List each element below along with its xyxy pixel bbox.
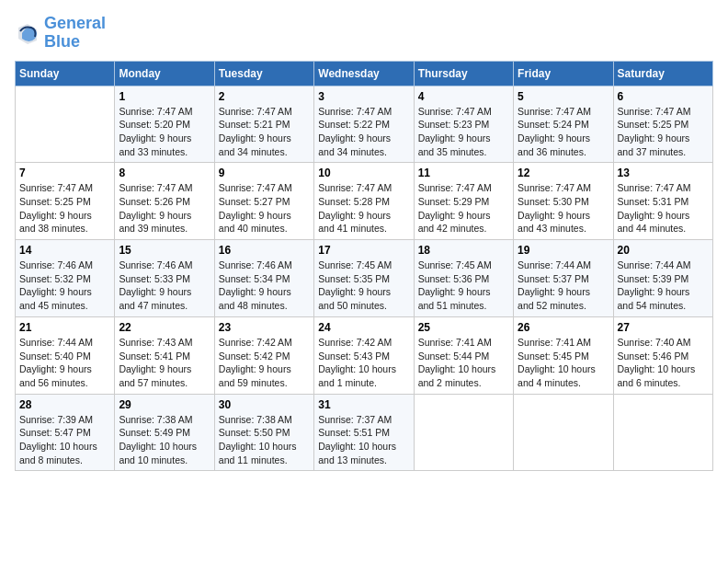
day-info: Sunrise: 7:42 AM Sunset: 5:42 PM Dayligh…	[219, 336, 310, 390]
logo: General Blue	[15, 15, 106, 52]
day-info: Sunrise: 7:44 AM Sunset: 5:39 PM Dayligh…	[618, 259, 709, 313]
day-number: 30	[219, 398, 310, 411]
calendar-cell: 21Sunrise: 7:44 AM Sunset: 5:40 PM Dayli…	[16, 316, 115, 394]
day-number: 16	[219, 244, 310, 257]
day-info: Sunrise: 7:41 AM Sunset: 5:44 PM Dayligh…	[418, 336, 509, 390]
day-number: 6	[618, 90, 709, 103]
calendar-cell	[613, 394, 712, 471]
day-number: 26	[518, 321, 609, 334]
day-info: Sunrise: 7:47 AM Sunset: 5:21 PM Dayligh…	[219, 105, 310, 159]
col-header-wednesday: Wednesday	[314, 61, 414, 86]
day-info: Sunrise: 7:47 AM Sunset: 5:25 PM Dayligh…	[618, 105, 709, 159]
day-number: 2	[219, 90, 310, 103]
day-number: 25	[418, 321, 509, 334]
calendar-cell: 24Sunrise: 7:42 AM Sunset: 5:43 PM Dayli…	[314, 316, 414, 394]
day-number: 14	[19, 244, 110, 257]
day-number: 1	[119, 90, 210, 103]
day-info: Sunrise: 7:47 AM Sunset: 5:26 PM Dayligh…	[119, 181, 210, 236]
day-number: 3	[318, 90, 409, 103]
day-info: Sunrise: 7:46 AM Sunset: 5:32 PM Dayligh…	[19, 259, 110, 313]
day-number: 13	[618, 167, 709, 179]
calendar-cell: 2Sunrise: 7:47 AM Sunset: 5:21 PM Daylig…	[214, 86, 313, 163]
day-info: Sunrise: 7:45 AM Sunset: 5:36 PM Dayligh…	[418, 259, 509, 313]
col-header-thursday: Thursday	[414, 61, 513, 86]
day-info: Sunrise: 7:47 AM Sunset: 5:22 PM Dayligh…	[318, 105, 409, 159]
day-number: 7	[19, 167, 110, 179]
calendar-cell: 3Sunrise: 7:47 AM Sunset: 5:22 PM Daylig…	[314, 86, 414, 163]
day-number: 19	[518, 244, 609, 257]
day-info: Sunrise: 7:47 AM Sunset: 5:23 PM Dayligh…	[418, 105, 509, 159]
day-number: 4	[418, 90, 509, 103]
calendar-cell: 1Sunrise: 7:47 AM Sunset: 5:20 PM Daylig…	[115, 86, 214, 163]
calendar-cell: 25Sunrise: 7:41 AM Sunset: 5:44 PM Dayli…	[414, 316, 513, 394]
day-number: 31	[318, 398, 409, 411]
calendar-cell: 13Sunrise: 7:47 AM Sunset: 5:31 PM Dayli…	[613, 163, 712, 240]
day-number: 5	[518, 90, 609, 103]
calendar-cell: 22Sunrise: 7:43 AM Sunset: 5:41 PM Dayli…	[115, 316, 214, 394]
calendar-cell: 11Sunrise: 7:47 AM Sunset: 5:29 PM Dayli…	[414, 163, 513, 240]
calendar-cell: 4Sunrise: 7:47 AM Sunset: 5:23 PM Daylig…	[414, 86, 513, 163]
day-info: Sunrise: 7:42 AM Sunset: 5:43 PM Dayligh…	[318, 336, 409, 390]
day-info: Sunrise: 7:46 AM Sunset: 5:34 PM Dayligh…	[219, 259, 310, 313]
calendar-cell: 8Sunrise: 7:47 AM Sunset: 5:26 PM Daylig…	[115, 163, 214, 240]
calendar-cell: 27Sunrise: 7:40 AM Sunset: 5:46 PM Dayli…	[613, 316, 712, 394]
day-info: Sunrise: 7:47 AM Sunset: 5:28 PM Dayligh…	[318, 181, 409, 236]
logo-text: General Blue	[44, 15, 106, 52]
calendar-cell: 18Sunrise: 7:45 AM Sunset: 5:36 PM Dayli…	[414, 240, 513, 317]
day-info: Sunrise: 7:47 AM Sunset: 5:25 PM Dayligh…	[19, 181, 110, 236]
page-header: General Blue	[15, 15, 713, 52]
day-info: Sunrise: 7:47 AM Sunset: 5:31 PM Dayligh…	[618, 181, 709, 236]
day-info: Sunrise: 7:41 AM Sunset: 5:45 PM Dayligh…	[518, 336, 609, 390]
day-info: Sunrise: 7:45 AM Sunset: 5:35 PM Dayligh…	[318, 259, 409, 313]
day-number: 10	[318, 167, 409, 179]
day-number: 9	[219, 167, 310, 179]
day-info: Sunrise: 7:47 AM Sunset: 5:27 PM Dayligh…	[219, 181, 310, 236]
calendar-cell: 6Sunrise: 7:47 AM Sunset: 5:25 PM Daylig…	[613, 86, 712, 163]
day-number: 17	[318, 244, 409, 257]
day-info: Sunrise: 7:43 AM Sunset: 5:41 PM Dayligh…	[119, 336, 210, 390]
day-number: 29	[119, 398, 210, 411]
day-number: 23	[219, 321, 310, 334]
day-info: Sunrise: 7:38 AM Sunset: 5:50 PM Dayligh…	[219, 413, 310, 467]
day-info: Sunrise: 7:47 AM Sunset: 5:29 PM Dayligh…	[418, 181, 509, 236]
calendar-cell: 9Sunrise: 7:47 AM Sunset: 5:27 PM Daylig…	[214, 163, 313, 240]
day-info: Sunrise: 7:39 AM Sunset: 5:47 PM Dayligh…	[19, 413, 110, 467]
calendar-cell: 30Sunrise: 7:38 AM Sunset: 5:50 PM Dayli…	[214, 394, 313, 471]
col-header-monday: Monday	[115, 61, 214, 86]
calendar-cell: 16Sunrise: 7:46 AM Sunset: 5:34 PM Dayli…	[214, 240, 313, 317]
calendar-cell: 29Sunrise: 7:38 AM Sunset: 5:49 PM Dayli…	[115, 394, 214, 471]
calendar-cell: 14Sunrise: 7:46 AM Sunset: 5:32 PM Dayli…	[16, 240, 115, 317]
calendar-cell: 17Sunrise: 7:45 AM Sunset: 5:35 PM Dayli…	[314, 240, 414, 317]
calendar-cell: 31Sunrise: 7:37 AM Sunset: 5:51 PM Dayli…	[314, 394, 414, 471]
day-info: Sunrise: 7:38 AM Sunset: 5:49 PM Dayligh…	[119, 413, 210, 467]
day-number: 18	[418, 244, 509, 257]
calendar-cell: 10Sunrise: 7:47 AM Sunset: 5:28 PM Dayli…	[314, 163, 414, 240]
calendar-cell	[514, 394, 613, 471]
calendar-cell: 15Sunrise: 7:46 AM Sunset: 5:33 PM Dayli…	[115, 240, 214, 317]
day-info: Sunrise: 7:47 AM Sunset: 5:20 PM Dayligh…	[119, 105, 210, 159]
calendar-cell: 23Sunrise: 7:42 AM Sunset: 5:42 PM Dayli…	[214, 316, 313, 394]
day-number: 28	[19, 398, 110, 411]
calendar-cell: 12Sunrise: 7:47 AM Sunset: 5:30 PM Dayli…	[514, 163, 613, 240]
col-header-sunday: Sunday	[16, 61, 115, 86]
day-info: Sunrise: 7:44 AM Sunset: 5:37 PM Dayligh…	[518, 259, 609, 313]
calendar-cell: 20Sunrise: 7:44 AM Sunset: 5:39 PM Dayli…	[613, 240, 712, 317]
day-info: Sunrise: 7:37 AM Sunset: 5:51 PM Dayligh…	[318, 413, 409, 467]
day-number: 12	[518, 167, 609, 179]
day-number: 27	[618, 321, 709, 334]
day-number: 15	[119, 244, 210, 257]
calendar-cell: 28Sunrise: 7:39 AM Sunset: 5:47 PM Dayli…	[16, 394, 115, 471]
day-number: 24	[318, 321, 409, 334]
day-info: Sunrise: 7:44 AM Sunset: 5:40 PM Dayligh…	[19, 336, 110, 390]
calendar-cell	[414, 394, 513, 471]
day-info: Sunrise: 7:47 AM Sunset: 5:30 PM Dayligh…	[518, 181, 609, 236]
col-header-saturday: Saturday	[613, 61, 712, 86]
calendar-cell	[16, 86, 115, 163]
col-header-tuesday: Tuesday	[214, 61, 313, 86]
day-number: 21	[19, 321, 110, 334]
calendar-header: SundayMondayTuesdayWednesdayThursdayFrid…	[16, 61, 713, 86]
calendar-cell: 5Sunrise: 7:47 AM Sunset: 5:24 PM Daylig…	[514, 86, 613, 163]
day-info: Sunrise: 7:40 AM Sunset: 5:46 PM Dayligh…	[618, 336, 709, 390]
logo-icon	[15, 20, 40, 46]
calendar-table: SundayMondayTuesdayWednesdayThursdayFrid…	[15, 61, 713, 472]
